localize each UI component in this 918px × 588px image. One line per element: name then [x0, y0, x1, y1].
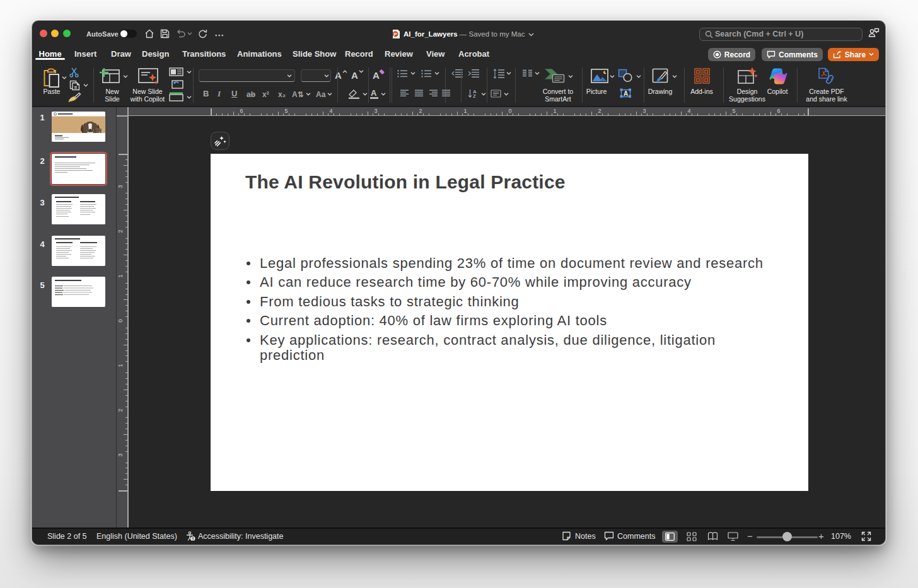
svg-text:Z: Z — [473, 93, 476, 98]
svg-text:P: P — [393, 32, 397, 37]
svg-text:A: A — [624, 90, 628, 97]
